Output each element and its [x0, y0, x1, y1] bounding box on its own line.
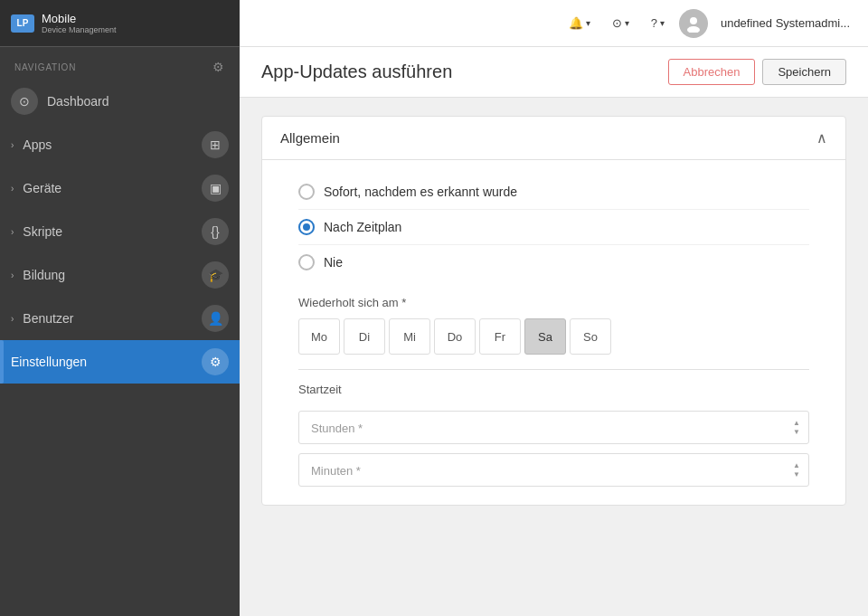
stunden-wrapper: ▲ ▼ Stunden *: [298, 411, 809, 444]
header-actions: Abbrechen Speichern: [668, 59, 846, 85]
logo-line1: Mobile: [42, 12, 117, 26]
notification-button[interactable]: 🔔 ▾: [561, 13, 598, 33]
day-fr[interactable]: Fr: [479, 318, 521, 355]
radio-sofort[interactable]: Sofort, nachdem es erkannt wurde: [298, 175, 809, 210]
content-area: App-Updates ausführen Abbrechen Speicher…: [240, 47, 868, 616]
help-chevron-icon: ▾: [660, 18, 665, 28]
sidebar-item-label: Benutzer: [23, 311, 73, 326]
radio-sofort-circle: [298, 184, 315, 200]
geraete-icon: ▣: [202, 175, 229, 202]
einstellungen-icon: ⚙: [202, 348, 229, 375]
logo-text-area: Mobile Device Management: [42, 12, 117, 35]
sidebar-item-label: Dashboard: [47, 94, 109, 109]
nav-section-label: NAVIGATION ⚙: [0, 47, 240, 80]
minuten-select[interactable]: [298, 453, 809, 487]
cancel-button[interactable]: Abbrechen: [668, 59, 756, 85]
refresh-button[interactable]: ⊙ ▾: [605, 13, 637, 33]
radio-nie[interactable]: Nie: [298, 245, 809, 280]
dashboard-icon: ⊙: [11, 88, 38, 115]
benutzer-icon: 👤: [202, 305, 229, 332]
sidebar-item-label: Skripte: [23, 224, 62, 239]
benutzer-chevron-icon: ›: [11, 314, 14, 324]
refresh-icon: ⊙: [612, 16, 622, 30]
sidebar-item-benutzer[interactable]: › Benutzer 👤: [0, 297, 240, 340]
apps-icon: ⊞: [202, 131, 229, 158]
logo-area: LP Mobile Device Management: [0, 0, 240, 47]
svg-point-0: [690, 17, 697, 24]
radio-nach-zeitplan-circle: [298, 219, 315, 235]
svg-point-1: [687, 26, 700, 33]
help-button[interactable]: ? ▾: [644, 13, 672, 33]
username-label: undefined Systemadmi...: [721, 16, 850, 30]
sidebar-item-geraete[interactable]: › Geräte ▣: [0, 166, 240, 210]
main-area: 🔔 ▾ ⊙ ▾ ? ▾ undefined Systemadmi... App-…: [240, 0, 868, 616]
section-title: Allgemein: [280, 130, 340, 146]
logo-line2: Device Management: [42, 25, 117, 34]
sidebar-item-label: Bildung: [23, 268, 65, 282]
sidebar: LP Mobile Device Management NAVIGATION ⚙…: [0, 0, 240, 616]
allgemein-section: Allgemein ∧ Sofort, nachdem es erkannt w…: [261, 116, 846, 506]
sidebar-item-apps[interactable]: › Apps ⊞: [0, 123, 240, 166]
day-mi[interactable]: Mi: [389, 318, 430, 355]
bell-chevron-icon: ▾: [586, 18, 590, 28]
page-header: App-Updates ausführen Abbrechen Speicher…: [240, 47, 868, 98]
section-body: Sofort, nachdem es erkannt wurde Nach Ze…: [262, 160, 845, 505]
sidebar-item-dashboard[interactable]: ⊙ Dashboard: [0, 80, 240, 123]
day-so[interactable]: So: [570, 318, 611, 355]
avatar: [679, 9, 708, 38]
radio-sofort-label: Sofort, nachdem es erkannt wurde: [324, 185, 517, 199]
logo-icon: LP: [11, 14, 34, 33]
sidebar-item-bildung[interactable]: › Bildung 🎓: [0, 253, 240, 297]
bell-icon: 🔔: [569, 16, 583, 30]
section-header[interactable]: Allgemein ∧: [262, 117, 845, 160]
bildung-chevron-icon: ›: [11, 270, 14, 280]
geraete-chevron-icon: ›: [11, 184, 14, 194]
day-di[interactable]: Di: [344, 318, 385, 355]
sidebar-item-label: Apps: [23, 137, 52, 152]
sidebar-item-skripte[interactable]: › Skripte {}: [0, 210, 240, 253]
radio-nie-label: Nie: [324, 255, 343, 270]
minuten-wrapper: ▲ ▼ Minuten *: [298, 453, 809, 487]
radio-nach-zeitplan-label: Nach Zeitplan: [324, 220, 401, 234]
sidebar-item-label: Geräte: [23, 181, 61, 195]
refresh-chevron-icon: ▾: [625, 18, 629, 28]
content-body: Allgemein ∧ Sofort, nachdem es erkannt w…: [240, 98, 868, 616]
day-sa[interactable]: Sa: [524, 318, 566, 355]
skripte-icon: {}: [202, 218, 229, 245]
repeat-label: Wiederholt sich am *: [298, 296, 809, 309]
startzeit-label: Startzeit: [298, 369, 809, 402]
nav-settings-icon[interactable]: ⚙: [212, 60, 225, 74]
sidebar-item-label: Einstellungen: [11, 355, 87, 369]
section-collapse-icon[interactable]: ∧: [816, 129, 827, 147]
skripte-chevron-icon: ›: [11, 227, 14, 237]
help-icon: ?: [651, 16, 657, 30]
bildung-icon: 🎓: [202, 261, 229, 289]
topbar: 🔔 ▾ ⊙ ▾ ? ▾ undefined Systemadmi...: [240, 0, 868, 47]
day-mo[interactable]: Mo: [298, 318, 340, 355]
save-button[interactable]: Speichern: [762, 59, 846, 85]
radio-nie-circle: [298, 254, 315, 270]
day-do[interactable]: Do: [434, 318, 476, 355]
apps-chevron-icon: ›: [11, 140, 14, 150]
page-title: App-Updates ausführen: [261, 62, 452, 82]
sidebar-item-einstellungen[interactable]: Einstellungen ⚙: [0, 340, 240, 384]
radio-nach-zeitplan[interactable]: Nach Zeitplan: [298, 210, 809, 245]
stunden-select[interactable]: [298, 411, 809, 444]
day-selector: Mo Di Mi Do Fr Sa So: [298, 318, 809, 355]
radio-group: Sofort, nachdem es erkannt wurde Nach Ze…: [298, 175, 809, 280]
